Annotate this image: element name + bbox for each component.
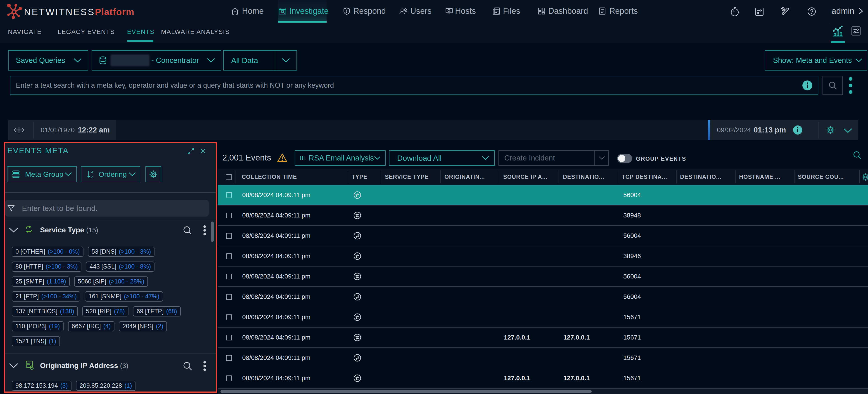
svg-text:Z: Z (91, 175, 93, 179)
svg-text:IP: IP (27, 362, 30, 366)
svg-text:A: A (91, 170, 94, 174)
